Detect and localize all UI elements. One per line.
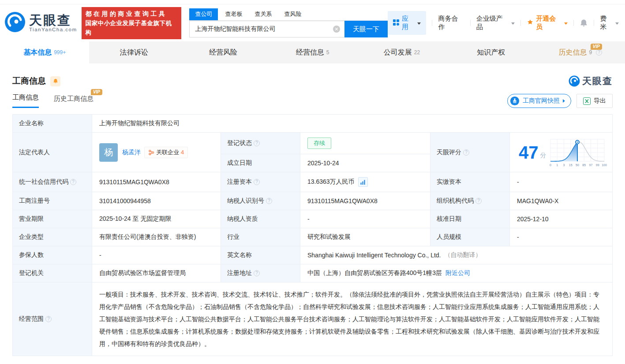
header-right-nav: 应用 商务合作 企业级产品 开通会员 费米: [388, 11, 619, 35]
field-label-taxpayer-qualification: 纳税人资质: [221, 210, 300, 228]
search-tab-boss[interactable]: 查老板: [225, 8, 242, 20]
field-label-reg-number: 工商注册号: [13, 192, 92, 210]
field-value-reg-address: 中国（上海）自由贸易试验区芳春路400号1幢3层 附近公司: [300, 264, 612, 282]
info-icon[interactable]: ?: [70, 179, 76, 185]
info-icon[interactable]: ?: [266, 198, 272, 204]
field-label-tianyan-score: 天眼评分?: [430, 133, 510, 172]
row-reg-number: 工商注册号 310141000944958 纳税人识别号? 91310115MA…: [13, 192, 612, 210]
search-tab-relation[interactable]: 查关系: [254, 8, 272, 20]
tab-operation-info[interactable]: 经营信息5: [268, 41, 357, 63]
field-label-reg-address: 注册地址?: [221, 264, 300, 282]
business-info-table: 企业名称 上海开物纪智能科技有限公司 法定代表人 杨 杨孟洋 关联企业 4 登记…: [12, 114, 613, 356]
field-value-taxpayer-id: 91310115MAG1QWA0X8: [300, 192, 430, 210]
related-companies-badge[interactable]: 关联企业 4: [144, 147, 188, 158]
user-menu[interactable]: 费米: [600, 15, 619, 31]
org-network-icon: [148, 149, 154, 156]
tianyancha-logo-icon: [4, 11, 26, 34]
field-value-paid-capital: -: [510, 172, 612, 192]
field-value-establish-date: 2025-10-24: [300, 154, 430, 172]
field-label-reg-status: 登记状态?: [221, 133, 300, 154]
info-icon[interactable]: ?: [254, 270, 260, 276]
monitor-bell-icon[interactable]: [50, 76, 60, 86]
info-icon[interactable]: ?: [254, 179, 260, 185]
svg-text:3: 3: [563, 163, 565, 167]
history-help-icon[interactable]: ?: [596, 49, 602, 56]
info-icon[interactable]: ?: [463, 149, 469, 156]
clear-search-icon[interactable]: ✕: [333, 26, 340, 33]
auto-translate-note: （自动翻译）: [445, 251, 482, 259]
tianyancha-logo[interactable]: 天眼查 TianYanCha.com: [4, 11, 77, 34]
field-label-industry: 行业: [221, 228, 300, 246]
field-value-taxpayer-qualification: -: [300, 210, 430, 228]
nearby-companies-link[interactable]: 附近公司: [445, 269, 470, 277]
field-value-credit-code: 91310115MAG1QWA0X8: [92, 172, 221, 192]
enterprise-caret-icon: [511, 22, 515, 25]
row-business-scope: 经营范围? 一般项目：技术服务、技术开发、技术咨询、技术交流、技术转让、技术推广…: [13, 282, 612, 356]
field-label-establish-date: 成立日期: [221, 154, 300, 172]
excel-icon: [583, 97, 591, 105]
field-value-english-name: Shanghai Kaiwuji Intelligent Technology …: [300, 246, 612, 264]
capital-chart-icon[interactable]: [358, 177, 368, 187]
official-snapshot-button[interactable]: 工商官网快照: [507, 94, 571, 108]
field-value-reg-status: 存续: [300, 133, 430, 154]
search-input[interactable]: [189, 21, 344, 37]
field-label-paid-capital: 实缴资本: [430, 172, 510, 192]
tab-history-info[interactable]: VIP 历史信息9 ?: [536, 41, 625, 63]
nav-cooperation[interactable]: 商务合作: [438, 15, 464, 31]
row-establish-date: 成立日期 2025-10-24: [221, 154, 430, 172]
field-label-credit-code: 统一社会信用代码?: [13, 172, 92, 192]
notification-bell-icon[interactable]: [580, 19, 588, 27]
field-value-business-scope: 一般项目：技术服务、技术开发、技术咨询、技术交流、技术转让、技术推广；软件开发。…: [92, 282, 612, 356]
search-tab-company[interactable]: 查公司: [189, 8, 218, 20]
row-legal-rep: 法定代表人 杨 杨孟洋 关联企业 4 登记状态? 存续: [13, 133, 612, 172]
field-value-staff-size: -: [510, 228, 612, 246]
section-title: 工商信息: [12, 75, 46, 87]
svg-text:1: 1: [556, 163, 558, 167]
row-business-term: 营业期限 2025-10-24 至 无固定期限 纳税人资质 - 核准日期 202…: [13, 210, 612, 228]
field-value-business-term: 2025-10-24 至 无固定期限: [92, 210, 221, 228]
field-label-company-type: 企业类型: [13, 228, 92, 246]
search-button[interactable]: 天眼一下: [344, 21, 388, 37]
field-value-reg-authority: 自由贸易试验区市场监督管理局: [92, 264, 221, 282]
field-label-reg-authority: 登记机关: [13, 264, 92, 282]
search-tabs: 查公司 查老板 查关系 查风险: [189, 8, 388, 21]
info-icon[interactable]: ?: [254, 140, 260, 146]
nav-open-vip[interactable]: 开通会员: [527, 15, 568, 31]
score-value: 47: [519, 144, 539, 161]
vip-badge: VIP: [91, 89, 102, 95]
tab-company-development[interactable]: 公司发展22: [357, 41, 446, 63]
svg-text:0: 0: [550, 163, 551, 167]
legal-rep-name-link[interactable]: 杨孟洋: [122, 149, 141, 156]
field-value-company-type: 有限责任公司(港澳台投资、非独资): [92, 228, 221, 246]
tab-basic-info[interactable]: 基本信息999+: [0, 41, 89, 63]
tab-legal-litigation[interactable]: 法律诉讼: [89, 41, 178, 63]
field-label-approval-date: 核准日期: [430, 210, 510, 228]
field-label-taxpayer-id: 纳税人识别号?: [221, 192, 300, 210]
row-insured-count: 参保人数 - 英文名称 Shanghai Kaiwuji Intelligent…: [13, 246, 612, 264]
tab-intellectual-property[interactable]: 知识产权: [446, 41, 535, 63]
brand-slogan-banner: 都在用的商业查询工具 国家中小企业发展子基金旗下机构: [82, 7, 182, 39]
field-value-company-name: 上海开物纪智能科技有限公司: [92, 115, 612, 132]
field-label-reg-capital: 注册资本?: [221, 172, 300, 192]
info-icon[interactable]: ?: [475, 198, 482, 204]
logo-text-cn: 天眼查: [29, 14, 77, 27]
search-tab-risk[interactable]: 查风险: [284, 8, 301, 20]
subtab-history-business-info[interactable]: VIP 历史工商信息: [54, 95, 94, 108]
subtab-business-info[interactable]: 工商信息: [12, 93, 39, 108]
tab-operation-risk[interactable]: 经营风险: [179, 41, 268, 63]
svg-text:97: 97: [589, 163, 593, 167]
apps-caret-icon: [417, 22, 421, 25]
nav-enterprise-products[interactable]: 企业级产品: [476, 15, 515, 31]
row-company-type: 企业类型 有限责任公司(港澳台投资、非独资) 行业 研究和试验发展 人员规模 -: [13, 228, 612, 246]
apps-label: 应用: [402, 15, 415, 31]
user-caret-icon: [615, 22, 619, 25]
logo-text-en: TianYanCha.com: [29, 27, 77, 32]
export-button[interactable]: 导出: [576, 94, 613, 108]
apps-menu[interactable]: 应用: [388, 11, 426, 35]
arrow-right-icon: [563, 99, 565, 103]
info-icon[interactable]: ?: [45, 316, 52, 322]
field-value-org-code: MAG1QWA0-X: [510, 192, 612, 210]
field-label-org-code: 组织机构代码?: [430, 192, 510, 210]
row-reg-authority: 登记机关 自由贸易试验区市场监督管理局 注册地址? 中国（上海）自由贸易试验区芳…: [13, 264, 612, 282]
legal-rep-avatar[interactable]: 杨: [99, 143, 118, 162]
